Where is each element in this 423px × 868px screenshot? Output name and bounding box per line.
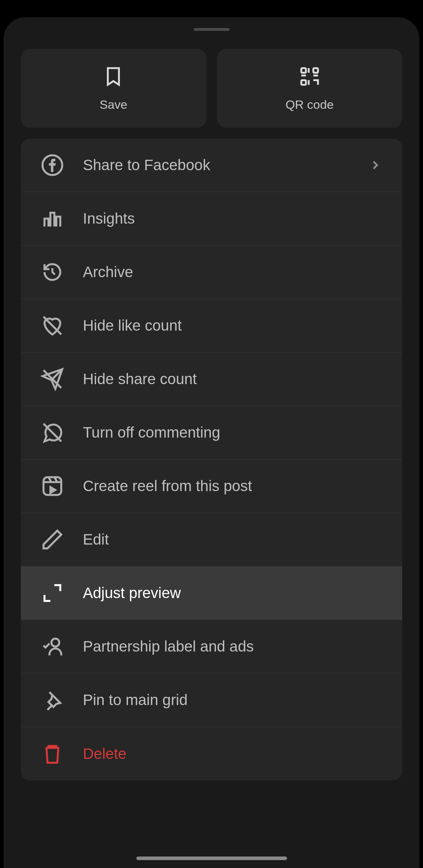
menu-item-share-off[interactable]: Hide share count [21,353,402,406]
menu-item-archive[interactable]: Archive [21,246,402,299]
menu-item-pin[interactable]: Pin to main grid [21,673,402,727]
svg-rect-1 [313,68,318,73]
qr-label: QR code [286,98,334,112]
menu-item-facebook[interactable]: Share to Facebook [21,139,402,192]
menu-label: Hide share count [83,370,382,388]
menu-item-partnership[interactable]: Partnership label and ads [21,620,402,673]
svg-rect-0 [301,68,306,73]
reel-icon [41,474,64,498]
facebook-icon [41,153,64,177]
svg-point-8 [51,639,59,647]
options-menu: Share to FacebookInsightsArchiveHide lik… [21,139,402,780]
menu-label: Turn off commenting [83,424,382,441]
pin-icon [41,688,64,712]
bookmark-icon [102,65,124,89]
menu-label: Hide like count [83,317,382,334]
chevron-right-icon [368,158,382,172]
menu-item-insights[interactable]: Insights [21,192,402,246]
menu-label: Partnership label and ads [83,638,382,655]
qr-code-button[interactable]: QR code [217,49,403,128]
menu-label: Create reel from this post [83,477,382,495]
heart-off-icon [41,314,64,337]
insights-icon [41,207,64,230]
menu-label: Share to Facebook [83,157,349,174]
edit-icon [41,528,64,551]
menu-item-trash[interactable]: Delete [21,727,402,780]
menu-item-adjust[interactable]: Adjust preview [21,566,402,620]
action-sheet: Save QR code Share to FacebookInsightsAr… [4,17,419,868]
menu-item-edit[interactable]: Edit [21,513,402,566]
top-actions: Save QR code [4,49,419,128]
adjust-icon [41,581,64,605]
menu-label: Archive [83,263,382,281]
trash-icon [41,742,64,766]
save-button[interactable]: Save [21,49,206,128]
menu-label: Insights [83,210,382,227]
home-indicator[interactable] [136,857,287,860]
save-label: Save [100,98,128,112]
menu-label: Delete [83,745,382,762]
menu-label: Adjust preview [83,584,382,602]
partnership-icon [41,635,64,658]
menu-item-comment-off[interactable]: Turn off commenting [21,406,402,459]
share-off-icon [41,367,64,391]
svg-rect-2 [301,80,306,85]
archive-icon [41,260,64,284]
menu-item-heart-off[interactable]: Hide like count [21,299,402,353]
menu-label: Pin to main grid [83,691,382,709]
menu-label: Edit [83,531,382,548]
menu-item-reel[interactable]: Create reel from this post [21,459,402,513]
qr-code-icon [299,65,321,89]
comment-off-icon [41,421,64,444]
sheet-grabber[interactable] [194,28,230,31]
